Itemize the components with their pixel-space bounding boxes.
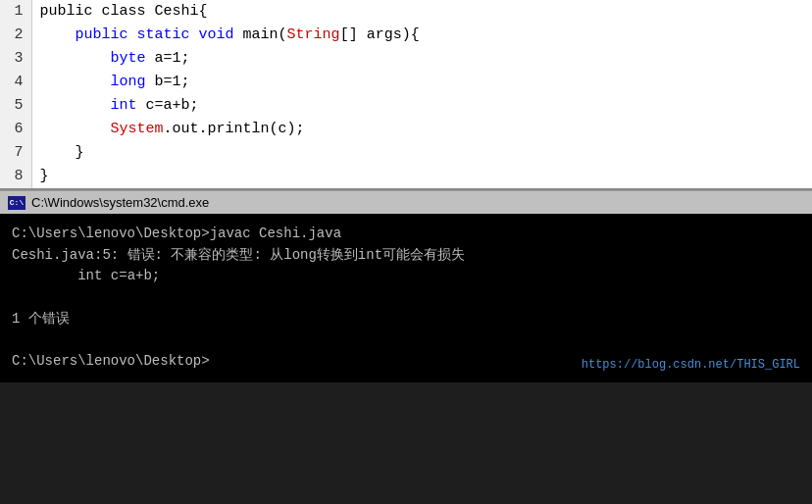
line-number: 6 [0, 118, 31, 141]
code-row: 8} [0, 165, 812, 188]
code-content: System.out.println(c); [31, 118, 812, 141]
terminal-title: C:\Windows\system32\cmd.exe [31, 195, 209, 210]
terminal-titlebar: C:\ C:\Windows\system32\cmd.exe [0, 190, 812, 214]
code-row: 3 byte a=1; [0, 47, 812, 71]
code-content: public class Ceshi{ [31, 0, 812, 24]
code-row: 6 System.out.println(c); [0, 118, 812, 141]
code-row: 4 long b=1; [0, 71, 812, 94]
terminal-line: int c=a+b; [12, 266, 800, 287]
line-number: 2 [0, 24, 31, 47]
code-table: 1public class Ceshi{2 public static void… [0, 0, 812, 188]
line-number: 3 [0, 47, 31, 71]
code-row: 7 } [0, 141, 812, 165]
terminal-line [12, 329, 800, 351]
code-content: } [31, 165, 812, 188]
terminal-line: Ceshi.java:5: 错误: 不兼容的类型: 从long转换到int可能会… [12, 245, 800, 267]
terminal-line: 1 个错误 [12, 309, 800, 330]
code-content: long b=1; [31, 71, 812, 94]
code-content: int c=a+b; [31, 94, 812, 118]
code-content: } [31, 141, 812, 165]
terminal: C:\Users\lenovo\Desktop>javac Ceshi.java… [0, 214, 812, 382]
code-row: 1public class Ceshi{ [0, 0, 812, 24]
line-number: 1 [0, 0, 31, 24]
terminal-line: C:\Users\lenovo\Desktop>javac Ceshi.java [12, 224, 800, 245]
line-number: 8 [0, 165, 31, 188]
terminal-line [12, 287, 800, 309]
code-content: byte a=1; [31, 47, 812, 71]
code-row: 5 int c=a+b; [0, 94, 812, 118]
code-row: 2 public static void main(String[] args)… [0, 24, 812, 47]
code-editor: 1public class Ceshi{2 public static void… [0, 0, 812, 190]
cmd-icon: C:\ [8, 196, 25, 210]
code-content: public static void main(String[] args){ [31, 24, 812, 47]
footer-url: https://blog.csdn.net/THIS_GIRL [582, 356, 800, 375]
line-number: 4 [0, 71, 31, 94]
terminal-output: C:\Users\lenovo\Desktop>javac Ceshi.java… [12, 224, 800, 373]
line-number: 7 [0, 141, 31, 165]
line-number: 5 [0, 94, 31, 118]
